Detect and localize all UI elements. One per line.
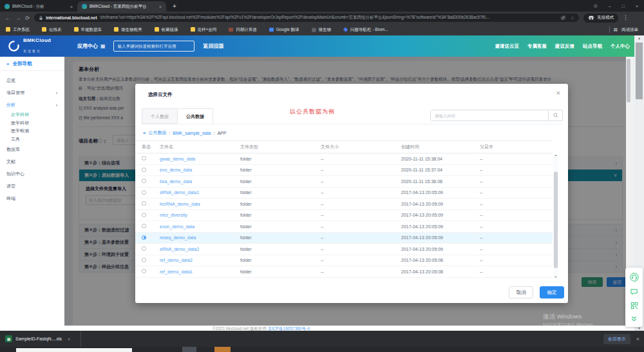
search-icon[interactable]	[548, 110, 562, 121]
tab-close-icon[interactable]: ×	[70, 5, 73, 9]
taskbar-app-sliver-orange[interactable]	[214, 347, 231, 352]
sidebar-item[interactable]: 总览	[0, 74, 64, 86]
table-row[interactable]: ref_demo_data2 folder -- 2017-04-13 20:0…	[135, 255, 553, 267]
file-name-link[interactable]: ref_demo_data2	[160, 258, 240, 262]
file-name-link[interactable]: lncRNA_demo_data	[160, 202, 240, 206]
scroll-down-arrow[interactable]: ▾	[553, 275, 558, 279]
table-row[interactable]: micr_diversity folder -- 2017-04-13 20:0…	[135, 210, 553, 222]
radio-button[interactable]	[142, 235, 146, 240]
table-row[interactable]: reseq_demo_data folder -- 2017-04-13 20:…	[135, 233, 553, 244]
confirm-button[interactable]: 确定	[540, 286, 564, 298]
sidebar-item[interactable]: 医学检测	[0, 127, 64, 135]
scrollbar-thumb[interactable]	[627, 59, 630, 103]
tab-public-data[interactable]: 公共数据	[177, 108, 213, 124]
table-row[interactable]: gwas_demo_data folder -- 2020-11-11 15:3…	[135, 153, 553, 165]
browser-menu-icon[interactable]: ⋮	[623, 15, 628, 21]
header-nav-link[interactable]: 站点导航	[583, 43, 602, 50]
radio-button[interactable]	[142, 224, 146, 228]
bmkcloud-logo[interactable]: BMKCloud 百迈客云	[0, 37, 70, 55]
bookmark-item[interactable]: 日期计算器	[229, 27, 257, 33]
download-bar-close-icon[interactable]: ×	[636, 336, 639, 342]
sidebar-item[interactable]: 项目管理 ∨	[0, 86, 64, 99]
table-row[interactable]: lncRNA_demo_data folder -- 2017-04-13 20…	[135, 199, 553, 210]
window-close-button[interactable]: ×	[636, 4, 638, 8]
file-name-link[interactable]: micr_diversity	[160, 213, 240, 217]
radio-button[interactable]	[142, 179, 146, 183]
sidebar-item[interactable]: 农学科研	[0, 111, 64, 119]
show-all-downloads-button[interactable]: 全部显示	[603, 334, 630, 344]
browser-tab-active[interactable]: BMKCloud - 宏基因组分析平台 ×	[77, 1, 166, 12]
file-name-link[interactable]: sRNA_demo_data2	[160, 247, 240, 251]
scrollbar-thumb[interactable]	[554, 171, 558, 268]
window-minimize-button[interactable]: –	[609, 4, 611, 8]
file-name-link[interactable]: gwas_demo_data	[160, 157, 240, 161]
radio-button[interactable]	[142, 201, 146, 206]
sidebar-item[interactable]: 数据库	[0, 143, 64, 155]
bookmark-item[interactable]: 送样+合同	[191, 27, 217, 33]
header-nav-link[interactable]: 建议反馈	[555, 43, 574, 50]
table-row[interactable]: ref_demo_data1 folder -- 2017-04-13 20:0…	[135, 266, 553, 278]
chat-icon[interactable]	[630, 288, 638, 296]
sidebar-item[interactable]: 知识中心	[0, 168, 64, 180]
table-row[interactable]: exon_demo_data folder -- 2017-04-13 20:0…	[135, 221, 553, 233]
taskbar-app-sliver[interactable]	[182, 347, 196, 352]
eye-off-icon[interactable]	[560, 15, 566, 21]
browser-tab-inactive[interactable]: BMKCloud - 分析 ×	[0, 1, 77, 12]
bookmark-item[interactable]: Google 翻译	[269, 27, 299, 33]
header-search-input[interactable]	[113, 41, 194, 52]
icp-link[interactable]: 京ICP备16057360号-4	[268, 326, 310, 331]
file-name-link[interactable]: sRNA_demo_data1	[160, 190, 240, 195]
file-name-link[interactable]: reseq_demo_data	[160, 235, 240, 240]
close-icon[interactable]: ×	[556, 89, 560, 97]
window-maximize-button[interactable]: □	[622, 4, 625, 8]
table-scrollbar[interactable]: ▴ ▾	[553, 153, 558, 279]
breadcrumb-root-link[interactable]: 公共数据	[148, 130, 166, 136]
radio-button[interactable]	[142, 258, 146, 262]
radio-button[interactable]	[142, 168, 146, 172]
bookmark-item[interactable]: 常规数据库	[74, 27, 102, 33]
table-row[interactable]: sRNA_demo_data2 folder -- 2017-04-13 20:…	[135, 244, 553, 255]
header-nav-link[interactable]: 个人中心	[611, 43, 630, 50]
file-name-link[interactable]: bsa_demo_data	[160, 179, 240, 184]
radio-button[interactable]	[142, 190, 146, 195]
scroll-up-arrow[interactable]: ▲	[634, 36, 644, 40]
radio-button[interactable]	[142, 246, 146, 251]
sidebar-item[interactable]: 医学科研	[0, 119, 64, 128]
sidebar-nav-all[interactable]: ≡ 全部导航	[0, 57, 64, 71]
download-item[interactable]: ▦ SampleID-FastqN....xls ∧	[0, 335, 75, 342]
bookmark-item[interactable]: 工作系统	[6, 27, 30, 33]
reload-icon[interactable]: ⟳	[25, 15, 30, 21]
sidebar-item[interactable]: 课堂	[0, 180, 64, 192]
file-name-link[interactable]: evo_demo_data	[160, 168, 240, 172]
bookmark-item[interactable]: 收藏链接	[155, 27, 178, 33]
forward-icon[interactable]: →	[15, 15, 21, 21]
tab-personal-data[interactable]: 个人数据	[142, 108, 177, 124]
taskbar-search-sliver[interactable]	[16, 348, 132, 352]
sidebar-item[interactable]: 文献	[0, 155, 64, 168]
file-name-link[interactable]: ref_demo_data1	[160, 269, 240, 274]
bookmark-star-icon[interactable]: ☆	[570, 15, 574, 21]
bookmark-item[interactable]: 在线表	[42, 27, 62, 33]
scroll-up-arrow[interactable]: ▴	[553, 153, 558, 157]
breadcrumb-folder-link[interactable]: BMK_sample_data	[173, 131, 211, 135]
bookmark-item[interactable]: 问题导航栏 - Biom...	[343, 27, 388, 33]
bookmark-item[interactable]: 微生物	[312, 27, 332, 33]
qr-code-icon[interactable]	[630, 302, 638, 309]
header-nav-link[interactable]: 邀请送云豆	[495, 43, 520, 50]
radio-button[interactable]	[142, 269, 146, 273]
app-center-button[interactable]: 应用中心 ▦	[77, 43, 106, 50]
cancel-button[interactable]: 取消	[509, 286, 533, 298]
address-omnibox[interactable]: international.biocloud.net /zh/iframe?ur…	[34, 14, 579, 22]
table-row[interactable]: bsa_demo_data folder -- 2020-11-11 15:36…	[135, 176, 553, 188]
table-row[interactable]: sRNA_demo_data1 folder -- 2017-04-13 20:…	[135, 188, 553, 199]
back-to-old-version-button[interactable]: 返回旧版	[204, 43, 224, 50]
bookmark-item[interactable]: 微生物相关	[114, 27, 142, 33]
header-nav-link[interactable]: 专属客服	[527, 43, 547, 50]
scrollbar-thumb[interactable]	[636, 43, 643, 99]
customer-service-icon[interactable]	[630, 273, 639, 282]
tab-close-icon[interactable]: ×	[159, 5, 162, 9]
radio-button[interactable]	[142, 213, 146, 217]
new-tab-button[interactable]: +	[173, 1, 176, 12]
reading-list-button[interactable]: 阅读清单	[621, 27, 638, 33]
download-expand-icon[interactable]: ∧	[68, 337, 70, 341]
